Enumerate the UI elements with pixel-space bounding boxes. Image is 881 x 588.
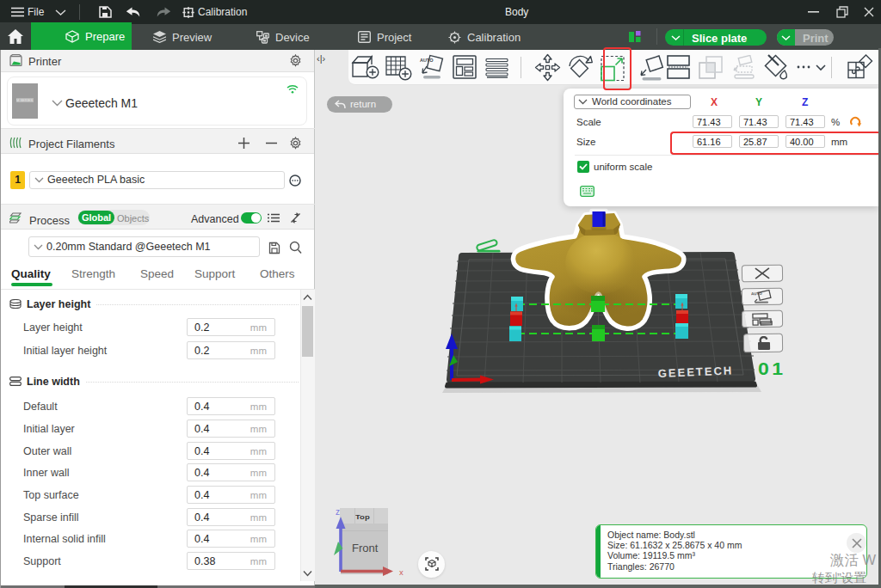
svg-text:z: z [336, 507, 340, 517]
svg-text:x: x [399, 567, 404, 577]
svg-text:AUTO: AUTO [420, 58, 434, 63]
